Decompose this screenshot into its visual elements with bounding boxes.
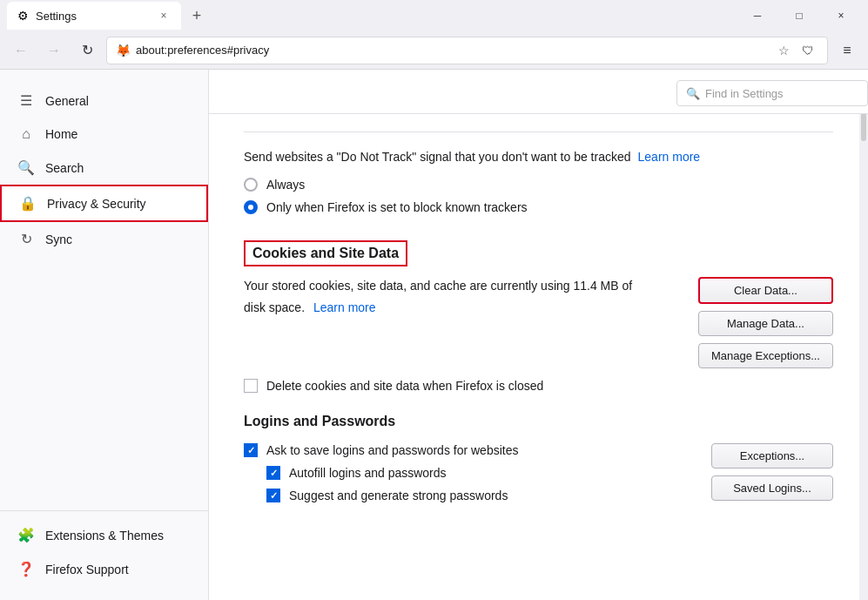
logins-options: Ask to save logins and passwords for web… xyxy=(244,443,711,502)
autofill-logins-row: Autofill logins and passwords xyxy=(266,466,711,480)
saved-logins-button[interactable]: Saved Logins... xyxy=(711,475,833,501)
browser-content: ☰ General ⌂ Home 🔍 Search 🔒 Privacy & Se… xyxy=(0,70,868,600)
cookies-desc-line1: Your stored cookies, site data, and cach… xyxy=(244,277,681,295)
clear-data-button[interactable]: Clear Data... xyxy=(698,277,833,304)
dnt-learn-more-link[interactable]: Learn more xyxy=(638,150,701,164)
delete-cookies-label: Delete cookies and site data when Firefo… xyxy=(266,379,543,393)
firefox-icon: 🦊 xyxy=(116,44,131,57)
cookies-buttons: Clear Data... Manage Data... Manage Exce… xyxy=(698,277,833,368)
radio-only-when[interactable]: Only when Firefox is set to block known … xyxy=(244,200,833,214)
sidebar-item-label-home: Home xyxy=(45,127,77,141)
tab-close-button[interactable]: × xyxy=(157,9,171,23)
cookies-section: Cookies and Site Data Your stored cookie… xyxy=(244,240,833,393)
settings-tab[interactable]: ⚙ Settings × xyxy=(7,2,181,30)
sidebar-item-label-search: Search xyxy=(45,161,84,175)
bookmark-button[interactable]: ☆ xyxy=(773,40,794,61)
autofill-logins-label: Autofill logins and passwords xyxy=(289,466,447,480)
suggest-passwords-checkbox[interactable] xyxy=(266,489,280,502)
lock-icon: 🔒 xyxy=(19,195,37,212)
address-actions: ☆ 🛡 xyxy=(773,40,818,61)
back-button[interactable]: ← xyxy=(7,37,35,64)
radio-always[interactable]: Always xyxy=(244,178,833,192)
dnt-description-row: Send websites a "Do Not Track" signal th… xyxy=(244,150,833,164)
sidebar-item-label-general: General xyxy=(45,94,89,108)
scrollbar[interactable] xyxy=(859,70,868,600)
home-icon: ⌂ xyxy=(17,126,35,142)
settings-scroll: Send websites a "Do Not Track" signal th… xyxy=(209,114,868,551)
exceptions-button[interactable]: Exceptions... xyxy=(711,443,833,469)
sidebar-item-privacy[interactable]: 🔒 Privacy & Security xyxy=(0,185,208,222)
sidebar-item-label-sync: Sync xyxy=(45,233,72,246)
cookies-desc-line2: disk space. xyxy=(244,300,305,314)
sidebar-item-extensions[interactable]: 🧩 Extensions & Themes xyxy=(0,518,208,552)
general-icon: ☰ xyxy=(17,92,35,109)
ask-save-logins-label: Ask to save logins and passwords for web… xyxy=(266,443,518,457)
title-bar: ⚙ Settings × + ─ □ × xyxy=(0,0,868,31)
radio-always-circle[interactable] xyxy=(244,178,258,192)
top-divider xyxy=(244,131,833,132)
sidebar-item-home[interactable]: ⌂ Home xyxy=(0,118,208,151)
maximize-button[interactable]: □ xyxy=(779,2,819,30)
cookies-desc-area: Your stored cookies, site data, and cach… xyxy=(244,277,681,317)
cookies-title: Cookies and Site Data xyxy=(252,246,399,260)
menu-button[interactable]: ≡ xyxy=(833,37,861,64)
sidebar-item-label-privacy: Privacy & Security xyxy=(47,197,146,211)
window-controls: ─ □ × xyxy=(737,2,861,30)
minimize-button[interactable]: ─ xyxy=(737,2,777,30)
logins-row: Ask to save logins and passwords for web… xyxy=(244,443,833,502)
refresh-button[interactable]: ↻ xyxy=(73,37,101,64)
close-button[interactable]: × xyxy=(821,2,861,30)
tab-title: Settings xyxy=(36,10,150,23)
sidebar-bottom: 🧩 Extensions & Themes ❓ Firefox Support xyxy=(0,510,208,586)
manage-exceptions-button[interactable]: Manage Exceptions... xyxy=(698,343,833,368)
sidebar: ☰ General ⌂ Home 🔍 Search 🔒 Privacy & Se… xyxy=(0,70,209,600)
support-icon: ❓ xyxy=(17,561,35,577)
find-input-placeholder: Find in Settings xyxy=(705,87,784,100)
dnt-description: Send websites a "Do Not Track" signal th… xyxy=(244,150,631,164)
find-bar: 🔍 Find in Settings xyxy=(209,70,868,114)
ask-save-logins-checkbox[interactable] xyxy=(244,443,258,457)
new-tab-button[interactable]: + xyxy=(185,3,209,28)
sidebar-item-label-extensions: Extensions & Themes xyxy=(45,529,164,543)
suggest-passwords-label: Suggest and generate strong passwords xyxy=(289,489,508,502)
logins-title: Logins and Passwords xyxy=(244,414,833,429)
sidebar-spacer xyxy=(0,256,208,510)
radio-always-label: Always xyxy=(266,178,305,192)
delete-cookies-checkbox[interactable] xyxy=(244,379,258,393)
do-not-track-section: Send websites a "Do Not Track" signal th… xyxy=(244,150,833,214)
cookies-learn-more-link[interactable]: Learn more xyxy=(313,300,376,314)
sync-icon: ↻ xyxy=(17,231,35,247)
delete-cookies-row: Delete cookies and site data when Firefo… xyxy=(244,379,833,393)
address-text: about:preferences#privacy xyxy=(136,44,768,57)
tab-strip: ⚙ Settings × + xyxy=(7,2,209,30)
radio-only-when-label: Only when Firefox is set to block known … xyxy=(266,200,528,214)
navigation-bar: ← → ↻ 🦊 about:preferences#privacy ☆ 🛡 ≡ xyxy=(0,31,868,70)
sidebar-item-search[interactable]: 🔍 Search xyxy=(0,151,208,185)
ask-save-logins-row: Ask to save logins and passwords for web… xyxy=(244,443,711,457)
settings-main: 🔍 Find in Settings Send websites a "Do N… xyxy=(209,70,868,600)
manage-data-button[interactable]: Manage Data... xyxy=(698,311,833,336)
forward-button[interactable]: → xyxy=(40,37,68,64)
autofill-logins-checkbox[interactable] xyxy=(266,466,280,480)
logins-section: Logins and Passwords Ask to save logins … xyxy=(244,414,833,502)
find-input-container[interactable]: 🔍 Find in Settings xyxy=(676,80,868,106)
sidebar-item-label-support: Firefox Support xyxy=(45,563,129,576)
sidebar-item-general[interactable]: ☰ General xyxy=(0,84,208,118)
logins-buttons: Exceptions... Saved Logins... xyxy=(711,443,833,501)
find-icon: 🔍 xyxy=(686,87,700,100)
nav-right-buttons: ≡ xyxy=(833,37,861,64)
sidebar-item-sync[interactable]: ↻ Sync xyxy=(0,222,208,256)
shield-button[interactable]: 🛡 xyxy=(797,40,818,61)
extensions-icon: 🧩 xyxy=(17,527,35,543)
address-bar[interactable]: 🦊 about:preferences#privacy ☆ 🛡 xyxy=(106,37,828,64)
suggest-passwords-row: Suggest and generate strong passwords xyxy=(266,489,711,502)
radio-only-when-circle[interactable] xyxy=(244,200,258,214)
cookies-title-box: Cookies and Site Data xyxy=(244,240,407,266)
search-icon: 🔍 xyxy=(17,159,35,176)
tab-icon: ⚙ xyxy=(17,9,29,23)
sidebar-item-support[interactable]: ❓ Firefox Support xyxy=(0,552,208,586)
